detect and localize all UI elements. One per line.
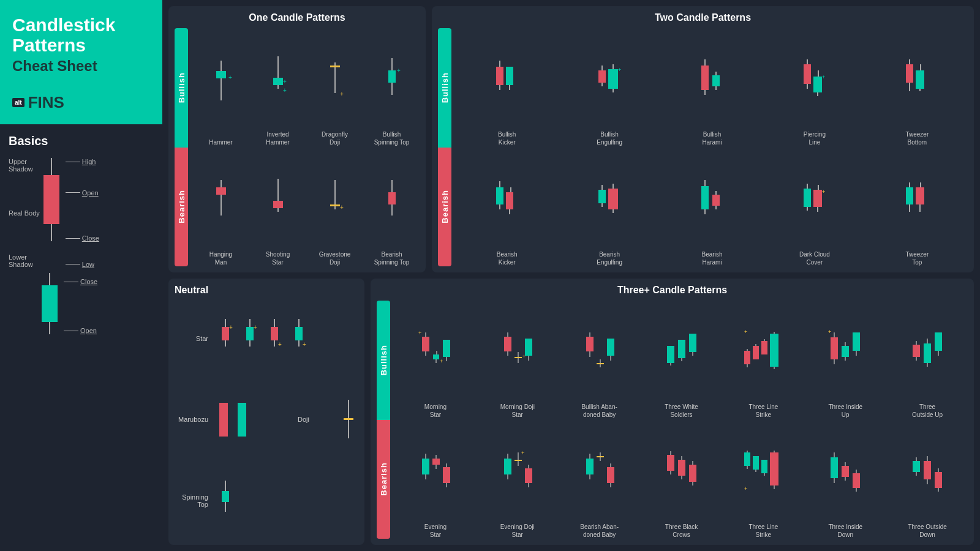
gravestone-label: GravestoneDoji xyxy=(319,250,351,266)
real-body-label: Real Body xyxy=(9,209,40,217)
svg-text:+: + xyxy=(828,329,831,335)
star-c2: + xyxy=(240,316,260,362)
upper-shadow-label: UpperShadow xyxy=(9,158,40,173)
three-bullish-row: + + xyxy=(395,301,968,419)
svg-rect-154 xyxy=(689,334,696,352)
three-bullish-strip: Bullish xyxy=(377,301,390,420)
svg-rect-218 xyxy=(678,460,685,476)
svg-rect-78 xyxy=(712,195,720,206)
high-label: High xyxy=(66,158,99,165)
close2-label: Close xyxy=(64,278,97,285)
three-line-bull-item: + Three LineStrike xyxy=(723,301,804,419)
bull-harami-svg xyxy=(696,53,728,102)
hanging-man-label: HangingMan xyxy=(209,250,232,266)
two-bullish-label: Bullish xyxy=(440,72,450,103)
basics-title: Basics xyxy=(9,134,154,148)
svg-rect-24 xyxy=(330,204,340,206)
svg-rect-66 xyxy=(506,192,513,209)
svg-rect-91 xyxy=(916,187,924,204)
svg-rect-57 xyxy=(906,64,913,83)
bull-spin-item: + BullishSpinning Top xyxy=(364,28,420,146)
three-candle-grid: + + xyxy=(395,301,968,539)
tweezer-bot-label: TweezerBottom xyxy=(905,130,929,146)
svg-rect-1 xyxy=(216,71,226,78)
open2-label: Open xyxy=(64,327,97,334)
svg-rect-44 xyxy=(701,66,709,90)
svg-text:+: + xyxy=(440,358,443,364)
svg-rect-238 xyxy=(842,466,849,477)
svg-text:+: + xyxy=(822,74,825,80)
svg-rect-241 xyxy=(853,473,860,488)
sidebar-subtitle: Cheat Sheet xyxy=(12,58,150,75)
svg-rect-159 xyxy=(753,346,759,359)
bottom-row: Neutral Star + xyxy=(168,279,974,545)
doji-c1 xyxy=(339,397,358,443)
one-candle-grid: + Hammer xyxy=(193,28,420,266)
svg-text:+: + xyxy=(254,324,257,331)
bear-kicker-svg xyxy=(491,174,523,223)
svg-rect-53 xyxy=(813,77,822,92)
three-line-bear-item: + Three LineStrike xyxy=(723,421,804,539)
three-outside-up-item: ThreeOutside Up xyxy=(887,301,968,419)
three-outside-down-svg xyxy=(909,448,946,493)
svg-rect-75 xyxy=(701,186,709,209)
svg-rect-69 xyxy=(598,190,606,203)
svg-rect-244 xyxy=(913,461,920,472)
svg-rect-47 xyxy=(712,75,720,86)
evening-star-label: EveningStar xyxy=(424,523,447,539)
bull-engulf-label: BullishEngulfing xyxy=(597,130,622,146)
svg-rect-209 xyxy=(597,456,604,457)
bear-aban-label: Bearish Aban-doned Baby xyxy=(580,523,619,539)
three-outside-up-svg xyxy=(909,328,946,373)
two-bearish-strip: Bearish xyxy=(438,148,451,267)
morning-doji-label: Morning DojiStar xyxy=(500,403,535,419)
three-bearish-row: EveningStar + xyxy=(395,421,968,539)
bull-spin-svg: + xyxy=(380,53,404,102)
svg-rect-171 xyxy=(842,346,849,357)
three-inside-down-svg xyxy=(827,448,864,493)
spin-c1 xyxy=(216,478,235,523)
svg-text:+: + xyxy=(418,330,421,336)
svg-text:+: + xyxy=(340,204,344,211)
svg-text:+: + xyxy=(303,341,306,348)
bull-kicker-item: BullishKicker xyxy=(456,28,557,146)
svg-rect-122 xyxy=(433,354,439,359)
star-c1: + xyxy=(216,316,235,362)
dark-cloud-svg: + xyxy=(799,174,831,223)
star-label: Star xyxy=(175,335,208,342)
svg-text:+: + xyxy=(228,74,232,81)
dragonfly-svg: + xyxy=(323,53,347,102)
evening-doji-item: + Evening DojiStar xyxy=(477,421,558,539)
svg-rect-106 xyxy=(295,327,303,340)
svg-text:+: + xyxy=(744,485,747,492)
svg-rect-119 xyxy=(422,337,429,351)
bear-engulf-item: BearishEngulfing xyxy=(559,149,660,267)
bearish-label: Bearish xyxy=(177,190,186,223)
inv-hammer-label: InvertedHammer xyxy=(266,130,289,146)
svg-rect-94 xyxy=(222,327,229,340)
svg-rect-18 xyxy=(216,187,226,195)
three-candle-content: Bullish Bearish + xyxy=(377,301,968,539)
svg-rect-21 xyxy=(273,201,283,208)
three-outside-up-label: ThreeOutside Up xyxy=(912,403,943,419)
two-candle-panel: Two Candle Patterns Bullish Bearish xyxy=(432,6,974,272)
neutral-star-row: Star + + xyxy=(175,301,358,377)
svg-rect-223 xyxy=(744,452,750,466)
svg-text:+: + xyxy=(229,324,233,331)
svg-rect-40 xyxy=(608,69,618,89)
hammer-svg: + xyxy=(209,58,233,107)
logo-alt: alt xyxy=(12,98,24,107)
hammer-label: Hammer xyxy=(209,138,232,146)
one-candle-bearish-row: HangingMan ShootingStar xyxy=(193,149,420,267)
star-candles: + + + xyxy=(216,316,358,362)
svg-rect-129 xyxy=(504,337,511,351)
one-candle-content: Bullish Bearish xyxy=(175,28,420,266)
dragonfly-label: DragonflyDoji xyxy=(322,130,348,146)
svg-rect-102 xyxy=(271,327,278,340)
svg-rect-193 xyxy=(443,467,450,483)
evening-star-item: EveningStar xyxy=(395,421,476,539)
three-line-bull-svg: + xyxy=(742,328,785,373)
svg-rect-5 xyxy=(273,78,283,85)
two-candle-bearish-row: BearishKicker xyxy=(456,149,968,267)
svg-text:+: + xyxy=(822,189,825,195)
